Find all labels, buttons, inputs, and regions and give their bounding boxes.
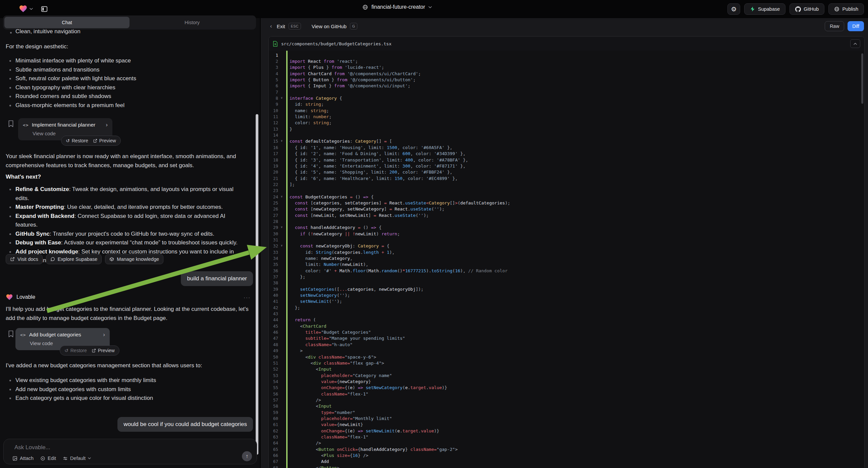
line-number: 43 (269, 311, 282, 316)
code-text: import ChartCard from '@/components/ui/C… (282, 71, 421, 76)
code-line: 2import React from 'react'; (269, 58, 864, 64)
code-line: 37 }; (269, 273, 864, 280)
restore-preview-pill: ↺Restore Preview (61, 136, 121, 146)
code-scrollbar[interactable] (861, 53, 863, 104)
code-line: 54 value={newCategory} (269, 378, 864, 384)
fold-chevron-icon[interactable]: ∨ (281, 139, 282, 142)
code-text: { id: '3', name: 'Transportation', limit… (282, 157, 468, 163)
chevron-right-icon: › (106, 121, 108, 128)
design-intro: For the design aesthetic: (6, 42, 68, 51)
restore-icon: ↺ (64, 348, 68, 353)
lovable-logo-menu[interactable] (19, 4, 33, 13)
fold-chevron-icon[interactable]: ∨ (281, 244, 282, 247)
supabase-button[interactable]: Supabase (744, 3, 785, 15)
line-number: 22 (269, 182, 282, 187)
line-number: 25 (269, 200, 282, 205)
chevron-left-icon: ‹ (270, 23, 272, 30)
settings-button[interactable]: ⚙ (727, 3, 740, 15)
fold-chevron-icon[interactable]: ∨ (281, 225, 282, 229)
fold-chevron-icon[interactable]: ∨ (281, 195, 282, 198)
code-area[interactable]: 12import React from 'react';3import { Pl… (269, 51, 864, 468)
line-number: 35 (269, 262, 282, 267)
github-button[interactable]: GitHub (789, 3, 825, 15)
preview-button[interactable]: Preview (92, 348, 115, 353)
added-bullet-list: View existing budget categories with the… (16, 376, 247, 403)
code-text: Add (282, 459, 329, 464)
send-button[interactable]: ↑ (242, 451, 252, 461)
view-on-github-link[interactable]: View on GitHub (312, 24, 347, 29)
code-text: import { Input } from '@/components/ui/i… (282, 83, 410, 88)
code-line: 38 (269, 280, 864, 286)
code-line: 59 type="number" (269, 409, 864, 415)
visit-docs-button[interactable]: Visit docs (6, 254, 42, 264)
diff-toggle-button[interactable]: Diff (847, 21, 864, 31)
chat-composer[interactable]: Ask Lovable... Attach Edit (3, 439, 257, 464)
esc-key-badge: ESC (288, 23, 301, 30)
code-line: 19 { id: '4', name: 'Entertainment', lim… (269, 163, 864, 169)
fold-chevron-icon[interactable]: ∨ (281, 96, 282, 99)
code-line: 50 <div className="space-y-6"> (269, 354, 864, 360)
gear-icon: ⚙ (731, 5, 737, 13)
code-line: 47 subtitle="Manage your spending limits… (269, 335, 864, 342)
attach-button[interactable]: Attach (12, 456, 34, 461)
line-number: 51 (269, 360, 282, 365)
toggle-sidebar-button[interactable] (38, 3, 50, 15)
supabase-icon (750, 6, 755, 12)
code-line: 58 <Input (269, 403, 864, 409)
code-line: 44 return ( (269, 317, 864, 323)
code-line: 63 className="flex-1" (269, 434, 864, 440)
line-number: 29∨ (269, 225, 282, 230)
code-text: onChange={(e) => setNewCategory(e.target… (282, 385, 447, 390)
restore-button-disabled[interactable]: ↺Restore (64, 348, 87, 353)
chat-scrollbar[interactable] (256, 114, 258, 455)
line-number: 34 (269, 256, 282, 261)
bookmark-icon[interactable] (8, 330, 14, 338)
message-menu-button[interactable]: ··· (244, 294, 251, 300)
code-text: placeholder="Monthly limit" (282, 416, 392, 421)
line-number: 28 (269, 219, 282, 224)
code-line: 66 <Plus size={16} /> (269, 452, 864, 458)
list-item: Add new budget categories with custom li… (16, 385, 247, 394)
line-number: 66 (269, 453, 282, 458)
code-line: 65 <Button onClick={handleAddCategory} c… (269, 446, 864, 452)
external-link-icon (92, 349, 96, 353)
preview-button[interactable]: Preview (93, 138, 116, 143)
project-switcher[interactable]: financial-future-creator (362, 4, 432, 10)
model-default-dropdown[interactable]: Default (63, 456, 91, 461)
code-line: 33 id: String(categories.length + 1), (269, 249, 864, 255)
g-key-badge: G (350, 23, 358, 30)
code-line: 64 /> (269, 440, 864, 446)
code-line: 43 (269, 311, 864, 317)
code-line: 42 }; (269, 304, 864, 311)
code-text: <Plus size={16} /> (282, 453, 368, 458)
line-number: 10 (269, 108, 282, 113)
bookmark-icon[interactable] (8, 120, 14, 127)
collapse-file-button[interactable] (850, 39, 860, 48)
line-number: 27 (269, 213, 282, 218)
tab-chat[interactable]: Chat (4, 17, 129, 28)
code-text: limit: number; (282, 114, 332, 119)
tab-history[interactable]: History (129, 17, 255, 28)
code-text: title="Budget Categories" (282, 330, 371, 335)
line-number: 24∨ (269, 195, 282, 199)
line-number: 12 (269, 120, 282, 125)
code-line: 24∨const BudgetCategories = () => { (269, 194, 864, 200)
restore-button[interactable]: ↺Restore (66, 138, 88, 143)
publish-button[interactable]: Publish (829, 3, 864, 15)
assistant-paragraph: Your sleek financial planner is now read… (6, 152, 256, 170)
code-line: 57 /> (269, 397, 864, 403)
code-line: 45 <ChartCard (269, 323, 864, 329)
version-card-title: Implement financial planner (32, 122, 96, 128)
composer-input[interactable]: Ask Lovable... (14, 444, 50, 451)
line-number: 45 (269, 324, 282, 329)
explore-supabase-button[interactable]: Explore Supabase (46, 254, 102, 264)
edit-mode-button[interactable]: Edit (40, 456, 56, 461)
raw-toggle-button[interactable]: Raw (825, 21, 844, 31)
file-header[interactable]: src/components/budget/BudgetCategories.t… (269, 37, 864, 51)
exit-button[interactable]: Exit (277, 24, 285, 29)
code-text: { id: '1', name: 'Housing', limit: 1500,… (282, 145, 452, 150)
code-line: 9 id: string; (269, 101, 864, 108)
line-number: 26 (269, 206, 282, 211)
manage-knowledge-button[interactable]: Manage knowledge (105, 254, 163, 264)
list-item: Rounded corners and subtle shadows (16, 92, 247, 101)
